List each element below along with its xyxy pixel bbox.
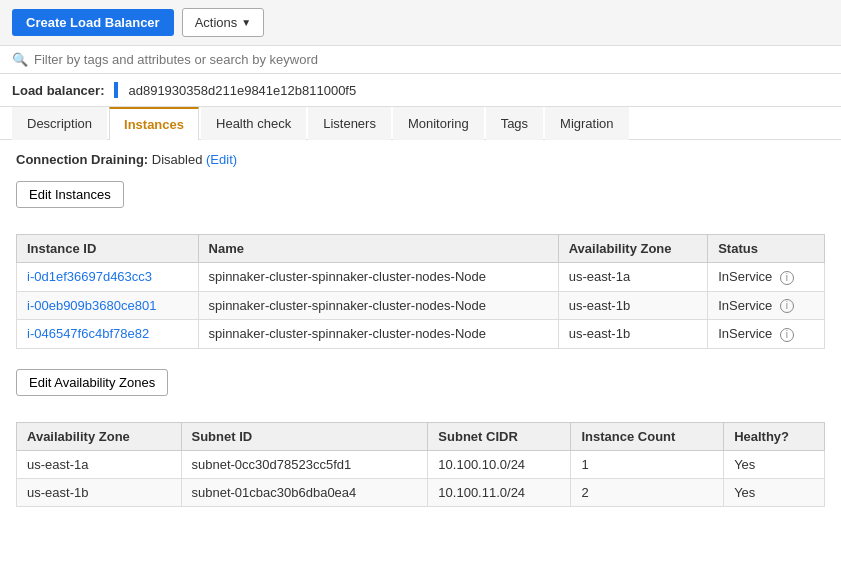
col-instance-id: Instance ID — [17, 235, 199, 263]
table-row: i-00eb909b3680ce801 spinnaker-cluster-sp… — [17, 291, 825, 320]
search-bar: 🔍 — [0, 46, 841, 74]
col-az: Availability Zone — [558, 235, 707, 263]
instances-table: Instance ID Name Availability Zone Statu… — [16, 234, 825, 349]
instance-id-cell: i-0d1ef36697d463cc3 — [17, 263, 199, 292]
instance-id-link[interactable]: i-00eb909b3680ce801 — [27, 298, 156, 313]
edit-instances-button[interactable]: Edit Instances — [16, 181, 124, 208]
instance-count-cell: 1 — [571, 450, 724, 478]
az-table: Availability Zone Subnet ID Subnet CIDR … — [16, 422, 825, 507]
az-zone-cell: us-east-1a — [17, 450, 182, 478]
lb-bar-icon — [114, 82, 118, 98]
tab-monitoring[interactable]: Monitoring — [393, 107, 484, 140]
col-subnet-id: Subnet ID — [181, 422, 428, 450]
table-row: us-east-1b subnet-01cbac30b6dba0ea4 10.1… — [17, 478, 825, 506]
instance-id-cell: i-046547f6c4bf78e82 — [17, 320, 199, 349]
subnet-cidr-cell: 10.100.10.0/24 — [428, 450, 571, 478]
tab-migration[interactable]: Migration — [545, 107, 628, 140]
connection-draining: Connection Draining: Disabled (Edit) — [16, 152, 825, 167]
healthy-cell: Yes — [724, 450, 825, 478]
edit-az-section: Edit Availability Zones — [16, 369, 825, 406]
instance-id-link[interactable]: i-046547f6c4bf78e82 — [27, 326, 149, 341]
instance-name-cell: spinnaker-cluster-spinnaker-cluster-node… — [198, 263, 558, 292]
healthy-cell: Yes — [724, 478, 825, 506]
tab-health-check[interactable]: Health check — [201, 107, 306, 140]
col-healthy: Healthy? — [724, 422, 825, 450]
toolbar: Create Load Balancer Actions ▼ — [0, 0, 841, 46]
subnet-id-cell: subnet-01cbac30b6dba0ea4 — [181, 478, 428, 506]
lb-label: Load balancer: — [12, 83, 104, 98]
tab-tags[interactable]: Tags — [486, 107, 543, 140]
instance-status-cell: InService i — [708, 263, 825, 292]
search-input[interactable] — [34, 52, 829, 67]
instance-name-cell: spinnaker-cluster-spinnaker-cluster-node… — [198, 320, 558, 349]
subnet-id-cell: subnet-0cc30d78523cc5fd1 — [181, 450, 428, 478]
info-icon[interactable]: i — [780, 328, 794, 342]
col-name: Name — [198, 235, 558, 263]
instance-count-cell: 2 — [571, 478, 724, 506]
tab-description[interactable]: Description — [12, 107, 107, 140]
table-row: i-0d1ef36697d463cc3 spinnaker-cluster-sp… — [17, 263, 825, 292]
search-icon: 🔍 — [12, 52, 28, 67]
tab-instances[interactable]: Instances — [109, 107, 199, 140]
lb-header: Load balancer: ad891930358d211e9841e12b8… — [0, 74, 841, 107]
instance-id-link[interactable]: i-0d1ef36697d463cc3 — [27, 269, 152, 284]
col-az-zone: Availability Zone — [17, 422, 182, 450]
chevron-down-icon: ▼ — [241, 17, 251, 28]
info-icon[interactable]: i — [780, 271, 794, 285]
content-area: Connection Draining: Disabled (Edit) Edi… — [0, 140, 841, 539]
subnet-cidr-cell: 10.100.11.0/24 — [428, 478, 571, 506]
info-icon[interactable]: i — [780, 299, 794, 313]
col-status: Status — [708, 235, 825, 263]
instance-id-cell: i-00eb909b3680ce801 — [17, 291, 199, 320]
table-row: us-east-1a subnet-0cc30d78523cc5fd1 10.1… — [17, 450, 825, 478]
edit-availability-zones-button[interactable]: Edit Availability Zones — [16, 369, 168, 396]
table-row: i-046547f6c4bf78e82 spinnaker-cluster-sp… — [17, 320, 825, 349]
tab-listeners[interactable]: Listeners — [308, 107, 391, 140]
col-instance-count: Instance Count — [571, 422, 724, 450]
instance-status-cell: InService i — [708, 291, 825, 320]
instance-az-cell: us-east-1b — [558, 320, 707, 349]
actions-label: Actions — [195, 15, 238, 30]
connection-draining-disabled: Disabled — [152, 152, 203, 167]
instance-az-cell: us-east-1b — [558, 291, 707, 320]
az-zone-cell: us-east-1b — [17, 478, 182, 506]
create-load-balancer-button[interactable]: Create Load Balancer — [12, 9, 174, 36]
instance-status-cell: InService i — [708, 320, 825, 349]
lb-id: ad891930358d211e9841e12b811000f5 — [128, 83, 356, 98]
connection-draining-label: Connection Draining: — [16, 152, 148, 167]
instance-az-cell: us-east-1a — [558, 263, 707, 292]
instance-name-cell: spinnaker-cluster-spinnaker-cluster-node… — [198, 291, 558, 320]
edit-instances-section: Edit Instances — [16, 181, 825, 218]
connection-draining-edit-link[interactable]: (Edit) — [206, 152, 237, 167]
col-subnet-cidr: Subnet CIDR — [428, 422, 571, 450]
actions-button[interactable]: Actions ▼ — [182, 8, 265, 37]
tabs: Description Instances Health check Liste… — [0, 107, 841, 140]
